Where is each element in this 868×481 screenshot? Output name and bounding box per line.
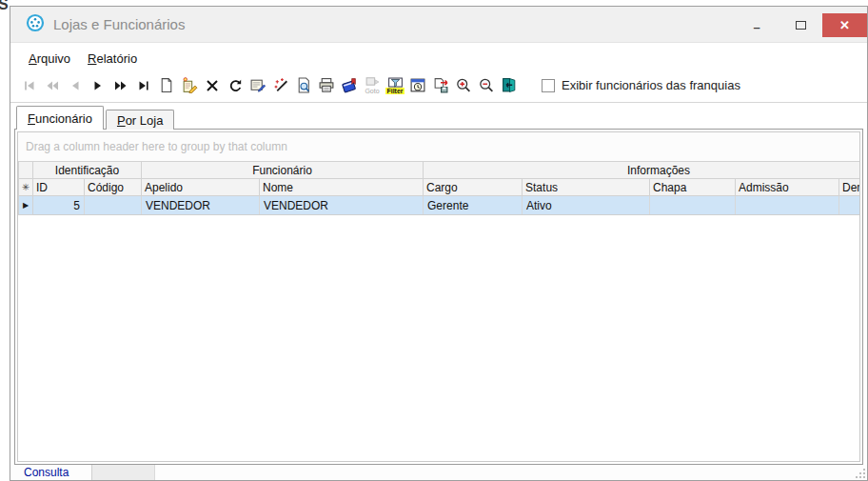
column-header-demissao[interactable]: Demissão (839, 179, 860, 196)
cell-status[interactable]: Ativo (523, 196, 650, 215)
window-title: Lojas e Funcionários (53, 16, 185, 32)
column-header-codigo[interactable]: Código (85, 179, 142, 196)
maximize-icon (796, 21, 806, 30)
column-header-apelido[interactable]: Apelido (142, 179, 260, 196)
band-row: Identificação Funcionário Informações (19, 162, 861, 179)
minimize-icon: – (753, 20, 760, 34)
resize-grip-icon[interactable] (855, 468, 866, 479)
window-controls: – ✕ (735, 13, 867, 37)
close-button[interactable]: ✕ (822, 13, 867, 37)
bookmark-button[interactable] (338, 73, 361, 98)
goto-button[interactable]: Goto (361, 73, 384, 98)
refresh-button[interactable] (224, 73, 247, 98)
menubar: Arquivo Relatório (10, 43, 867, 70)
franchise-checkbox-label: Exibir funcionários das franquias (562, 78, 740, 92)
filter-button[interactable]: Filter (384, 73, 406, 98)
goto-icon (365, 76, 381, 88)
insert-record-button[interactable] (178, 73, 201, 98)
band-identificacao[interactable]: Identificação (33, 162, 142, 179)
tab-por-loja[interactable]: Por Loja (106, 110, 174, 130)
export-save-icon (432, 77, 449, 93)
statusbar: Consulta (10, 465, 867, 480)
nav-prior-page-icon (44, 78, 61, 93)
filter-icon (387, 77, 404, 88)
column-header-status[interactable]: Status (523, 179, 650, 196)
nav-first-icon (21, 78, 38, 93)
cell-apelido[interactable]: VENDEDOR (142, 196, 260, 215)
employee-table: Identificação Funcionário Informações ✳ … (18, 161, 860, 215)
printer-icon (318, 77, 335, 93)
refresh-icon (227, 78, 244, 93)
tab-funcionario-accel: F (28, 111, 35, 126)
edit-form-icon (249, 77, 266, 93)
cell-id[interactable]: 5 (33, 196, 85, 215)
zoom-in-button[interactable] (452, 73, 475, 98)
franchise-checkbox[interactable] (542, 79, 555, 92)
franchise-checkbox-wrap: Exibir funcionários das franquias (542, 78, 740, 92)
group-by-hint: Drag a column header here to group by th… (26, 140, 287, 153)
band-funcionario[interactable]: Funcionário (142, 162, 424, 179)
tab-funcionario-rest: uncionário (35, 111, 92, 126)
new-document-icon (158, 77, 175, 93)
header-row: ✳ ID Código Apelido Nome Cargo Status Ch… (19, 179, 861, 196)
delete-record-button[interactable] (201, 73, 224, 98)
status-panel (92, 465, 155, 480)
menu-arquivo[interactable]: Arquivo (20, 49, 79, 69)
column-header-id[interactable]: ID (33, 179, 85, 196)
locate-button[interactable] (269, 73, 292, 98)
table-row[interactable]: ▶ 5 VENDEDOR VENDEDOR Gerente Ativo (19, 196, 861, 215)
nav-next-icon (89, 78, 107, 93)
column-header-chapa[interactable]: Chapa (650, 179, 736, 196)
delete-x-icon (204, 78, 221, 93)
titlebar: Lojas e Funcionários – ✕ (10, 7, 867, 43)
band-informacoes[interactable]: Informações (424, 162, 860, 179)
column-header-cargo[interactable]: Cargo (424, 179, 523, 196)
locate-wand-icon (272, 77, 289, 93)
column-header-nome[interactable]: Nome (260, 179, 424, 196)
maximize-button[interactable] (779, 13, 822, 37)
cell-codigo[interactable] (85, 196, 142, 215)
status-mode: Consulta (10, 465, 92, 480)
cell-demissao[interactable] (839, 196, 860, 215)
tab-por-loja-rest: or Loja (126, 113, 164, 128)
nav-prior-button[interactable] (64, 73, 87, 98)
menu-relatorio-rest: elatório (96, 51, 137, 66)
tab-funcionario[interactable]: Funcionário (16, 106, 104, 130)
app-window: Lojas e Funcionários – ✕ Arquivo Relatór… (10, 6, 868, 481)
minimize-button[interactable]: – (735, 13, 779, 37)
zoom-out-button[interactable] (475, 73, 498, 98)
cell-admissao[interactable] (736, 196, 839, 215)
nav-prior-page-button[interactable] (41, 73, 64, 98)
menu-arquivo-rest: rquivo (37, 51, 70, 66)
background-text-fragment: S (0, 0, 9, 13)
nav-next-button[interactable] (87, 73, 109, 98)
zoom-in-icon (455, 77, 472, 93)
preview-icon (295, 77, 312, 93)
nav-last-button[interactable] (132, 73, 155, 98)
toolbar: Goto Filter Exibir fun (10, 70, 867, 103)
close-icon: ✕ (839, 18, 850, 32)
exit-button[interactable] (498, 73, 521, 98)
tabstrip: Funcionário Por Loja (16, 106, 176, 130)
print-button[interactable] (315, 73, 338, 98)
cell-cargo[interactable]: Gerente (424, 196, 523, 215)
group-by-panel[interactable]: Drag a column header here to group by th… (18, 132, 859, 161)
new-record-button[interactable] (155, 73, 178, 98)
cell-chapa[interactable] (650, 196, 736, 215)
tab-por-loja-accel: P (117, 113, 126, 128)
nav-next-page-button[interactable] (109, 73, 132, 98)
band-indicator-cell (19, 162, 33, 179)
nav-first-button[interactable] (18, 73, 41, 98)
nav-prior-icon (67, 78, 84, 93)
menu-relatorio[interactable]: Relatório (79, 49, 146, 69)
preview-button[interactable] (292, 73, 315, 98)
goto-label: Goto (365, 88, 379, 94)
cell-nome[interactable]: VENDEDOR (260, 196, 424, 215)
tab-page-funcionario: Drag a column header here to group by th… (14, 129, 863, 465)
column-header-admissao[interactable]: Admissão (736, 179, 839, 196)
employee-grid: Drag a column header here to group by th… (17, 131, 860, 462)
app-wheel-icon (26, 13, 45, 36)
edit-record-button[interactable] (247, 73, 269, 98)
export-save-button[interactable] (429, 73, 452, 98)
date-calc-button[interactable] (406, 73, 429, 98)
